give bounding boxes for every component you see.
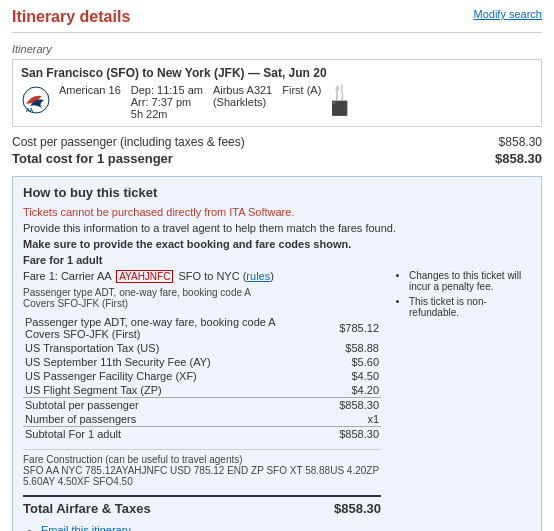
total-airfare-value: $858.30 — [334, 501, 381, 516]
svg-text:AA: AA — [26, 107, 34, 113]
subtotal-label: Subtotal per passenger — [23, 398, 329, 413]
fare-for-label: Fare for 1 adult — [23, 254, 531, 266]
itinerary-route: San Francisco (SFO) to New York (JFK) — … — [21, 66, 533, 80]
fare-base-value: $785.12 — [329, 315, 382, 341]
buy-content: Fare 1: Carrier AA AYAHJNFC SFO to NYC (… — [23, 270, 531, 531]
total-airfare-row: Total Airfare & Taxes $858.30 — [23, 495, 381, 516]
dep-arr-col: Dep: 11:15 am Arr: 7:37 pm 5h 22m — [131, 84, 203, 120]
itinerary-section-label: Itinerary — [12, 43, 542, 55]
total-cost-value: $858.30 — [495, 151, 542, 166]
email-itinerary-link[interactable]: Email this itinerary — [41, 524, 131, 531]
note-item-2: This ticket is non-refundable. — [409, 296, 531, 318]
fare-construction-value: SFO AA NYC 785.12AYAHJNFC USD 785.12 END… — [23, 465, 379, 487]
flight-class: First (A) — [282, 84, 321, 96]
fare-construction-note: (can be useful to travel agents) — [105, 454, 242, 465]
tax-ay-label: US September 11th Security Fee (AY) — [23, 355, 329, 369]
price-table: Passenger type ADT, one-way fare, bookin… — [23, 315, 381, 441]
cost-section: Cost per passenger (including taxes & fe… — [12, 135, 542, 166]
tax-xf-value: $4.50 — [329, 369, 382, 383]
notes-list: Changes to this ticket will incur a pena… — [395, 270, 531, 318]
notes-col: Changes to this ticket will incur a pena… — [391, 270, 531, 531]
tax-us-label: US Transportation Tax (US) — [23, 341, 329, 355]
fare-construction: Fare Construction (can be useful to trav… — [23, 449, 381, 487]
cost-per-passenger-label: Cost per passenger (including taxes & fe… — [12, 135, 245, 149]
meal-icon: 🍴 — [331, 84, 348, 100]
fare-carrier-label: Carrier AA — [61, 270, 111, 282]
page-header: Itinerary details Modify search — [12, 8, 542, 33]
buy-box: How to buy this ticket Tickets cannot be… — [12, 176, 542, 531]
tax-us-value: $58.88 — [329, 341, 382, 355]
class-col: First (A) — [282, 84, 321, 96]
fare-title-row: Fare 1: Carrier AA AYAHJNFC SFO to NYC (… — [23, 270, 381, 283]
fare-rules-link[interactable]: rules — [246, 270, 270, 282]
tax-zp-row: US Flight Segment Tax (ZP) $4.20 — [23, 383, 381, 398]
airline-logo: AA — [21, 84, 51, 114]
passengers-value: x1 — [329, 412, 382, 427]
duration: 5h 22m — [131, 108, 203, 120]
airline-col: American 16 — [59, 84, 121, 96]
tax-zp-value: $4.20 — [329, 383, 382, 398]
warning-text: Tickets cannot be purchased directly fro… — [23, 206, 531, 218]
arrival-time: Arr: 7:37 pm — [131, 96, 203, 108]
subtotal-adult-label: Subtotal For 1 adult — [23, 427, 329, 442]
fare-base-label: Passenger type ADT, one-way fare, bookin… — [23, 315, 329, 341]
cost-per-passenger-row: Cost per passenger (including taxes & fe… — [12, 135, 542, 149]
tax-us-row: US Transportation Tax (US) $58.88 — [23, 341, 381, 355]
icons-col: 🍴 ⬛ — [331, 84, 348, 116]
passengers-row: Number of passengers x1 — [23, 412, 381, 427]
flight-info: American 16 Dep: 11:15 am Arr: 7:37 pm 5… — [59, 84, 533, 120]
info-text-2: Make sure to provide the exact booking a… — [23, 238, 531, 250]
info-text-1: Provide this information to a travel age… — [23, 222, 531, 234]
fare-base-row: Passenger type ADT, one-way fare, bookin… — [23, 315, 381, 341]
tax-xf-label: US Passenger Facility Charge (XF) — [23, 369, 329, 383]
tax-ay-value: $5.60 — [329, 355, 382, 369]
subtotal-adult-row: Subtotal For 1 adult $858.30 — [23, 427, 381, 442]
passengers-label: Number of passengers — [23, 412, 329, 427]
itinerary-details-row: AA American 16 Dep: 11:15 am Arr: 7:37 p… — [21, 84, 533, 120]
aircraft-col: Airbus A321 (Sharklets) — [213, 84, 272, 108]
modify-search-link[interactable]: Modify search — [474, 8, 542, 20]
page-title: Itinerary details — [12, 8, 130, 26]
fare-code: AYAHJNFC — [116, 270, 173, 283]
total-cost-row: Total cost for 1 passenger $858.30 — [12, 151, 542, 166]
fare-title-label: Fare 1: — [23, 270, 58, 282]
subtotal-row: Subtotal per passenger $858.30 — [23, 398, 381, 413]
subtotal-adult-value: $858.30 — [329, 427, 382, 442]
email-itinerary-item: Email this itinerary — [41, 524, 381, 531]
total-cost-label: Total cost for 1 passenger — [12, 151, 173, 166]
fare-desc: Passenger type ADT, one-way fare, bookin… — [23, 287, 381, 309]
tax-zp-label: US Flight Segment Tax (ZP) — [23, 383, 329, 398]
entertainment-icon: ⬛ — [331, 100, 348, 116]
subtotal-value: $858.30 — [329, 398, 382, 413]
note-item-1: Changes to this ticket will incur a pena… — [409, 270, 531, 292]
fare-construction-label: Fare Construction — [23, 454, 102, 465]
itinerary-card: San Francisco (SFO) to New York (JFK) — … — [12, 59, 542, 127]
buy-box-title: How to buy this ticket — [23, 185, 531, 200]
fare-table: Fare 1: Carrier AA AYAHJNFC SFO to NYC (… — [23, 270, 381, 531]
airline-name: American 16 — [59, 84, 121, 96]
aircraft-name: Airbus A321 — [213, 84, 272, 96]
cost-per-passenger-value: $858.30 — [499, 135, 542, 149]
action-links: Email this itinerary Print this page — [23, 524, 381, 531]
tax-ay-row: US September 11th Security Fee (AY) $5.6… — [23, 355, 381, 369]
fare-route-label: SFO to NYC — [179, 270, 240, 282]
departure-time: Dep: 11:15 am — [131, 84, 203, 96]
aircraft-note: (Sharklets) — [213, 96, 272, 108]
total-airfare-label: Total Airfare & Taxes — [23, 501, 151, 516]
tax-xf-row: US Passenger Facility Charge (XF) $4.50 — [23, 369, 381, 383]
